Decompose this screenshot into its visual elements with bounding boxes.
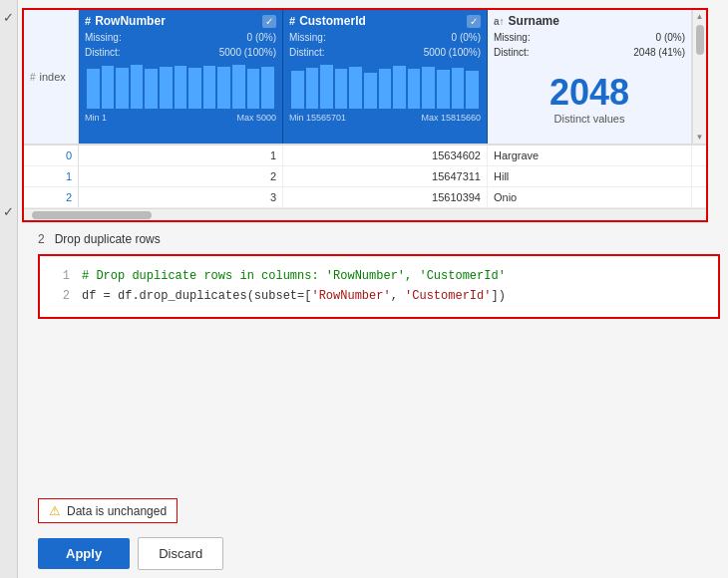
code-line-1: 1 # Drop duplicate rows in columns: 'Row… [54, 266, 704, 286]
customerid-histogram [289, 64, 481, 109]
check-icon-1: ✓ [3, 10, 14, 25]
bar [335, 69, 348, 109]
bar [452, 68, 465, 109]
bar [393, 66, 406, 109]
data-table-section: # index # RowNumber ✓ [22, 8, 708, 222]
rownum-histogram [85, 64, 276, 109]
col-header-rownum: # RowNumber ✓ Missing: 0 (0%) Distin [79, 10, 283, 144]
warning-icon: ⚠ [49, 503, 61, 518]
cell-index-2: 2 [24, 187, 79, 207]
table-row: 2 3 15610394 Onio [24, 187, 706, 208]
bar [145, 69, 158, 109]
bar [87, 69, 100, 110]
cell-rownum-2: 3 [79, 187, 283, 207]
check-badge-customerid: ✓ [467, 15, 481, 28]
cell-index-1: 1 [24, 166, 79, 186]
distinct-label: Distinct values [554, 113, 625, 125]
left-strip: ✓ ✓ [0, 0, 18, 578]
check-icon-2: ✓ [3, 204, 14, 219]
cell-customerid-2: 15610394 [283, 187, 488, 207]
customerid-minmax: Min 15565701 Max 15815660 [289, 113, 481, 123]
table-row: 0 1 15634602 Hargrave [24, 145, 706, 166]
code-comment: # Drop duplicate rows in columns: 'RowNu… [82, 266, 506, 286]
bar [116, 68, 129, 109]
cell-customerid-0: 15634602 [283, 145, 488, 165]
row-spacer [692, 187, 706, 207]
bar [232, 65, 245, 109]
code-block: 1 # Drop duplicate rows in columns: 'Row… [38, 254, 720, 319]
code-line-2: 2 df = df.drop_duplicates(subset=['RowNu… [54, 286, 704, 306]
bar [102, 66, 115, 109]
step-section: 2 Drop duplicate rows [38, 232, 720, 246]
bar [217, 67, 230, 109]
bar [175, 66, 187, 109]
bar [422, 67, 435, 109]
bar [306, 68, 319, 109]
scroll-down-button[interactable]: ▼ [694, 131, 706, 144]
col-header-customerid: # CustomerId ✓ Missing: 0 (0%) Disti [283, 10, 488, 144]
bar [320, 65, 333, 109]
scroll-thumb[interactable] [696, 25, 704, 55]
bar [160, 67, 173, 109]
h-scroll-thumb[interactable] [32, 211, 152, 219]
bar [466, 71, 479, 109]
scroll-up-button[interactable]: ▲ [694, 10, 706, 23]
check-badge-rownum: ✓ [262, 15, 276, 28]
cell-rownum-1: 2 [79, 166, 283, 186]
main-container: ✓ ✓ # index # [0, 0, 728, 578]
bar [247, 69, 260, 110]
bar [408, 69, 421, 109]
bar [364, 73, 377, 109]
vertical-scrollbar[interactable]: ▲ ▼ [692, 10, 706, 144]
bar [379, 69, 392, 110]
bar [261, 67, 274, 109]
hash-icon-rownum: # [85, 15, 91, 27]
hash-icon-index: # [30, 72, 36, 83]
line-number-2: 2 [54, 286, 70, 306]
step-number: 2 [38, 232, 45, 246]
rownum-minmax: Min 1 Max 5000 [85, 113, 276, 123]
col-header-surname: a↑ Surname Missing: 0 (0%) Distinct: [488, 10, 692, 144]
cell-index-0: 0 [24, 145, 79, 165]
cell-surname-0: Hargrave [488, 145, 692, 165]
data-rows: 0 1 15634602 Hargrave [24, 144, 706, 208]
col-customerid-name: CustomerId [299, 14, 366, 28]
col-index-label: index [40, 71, 66, 83]
cell-surname-1: Hill [488, 166, 692, 186]
col-rownum-name: RowNumber [95, 14, 166, 28]
distinct-number: 2048 [549, 75, 629, 111]
cell-surname-2: Onio [488, 187, 692, 207]
bar [437, 70, 450, 109]
col-customerid-stats: Missing: 0 (0%) Distinct: 5000 (100%) [289, 30, 481, 60]
cell-rownum-0: 1 [79, 145, 283, 165]
bar [349, 67, 362, 109]
cell-customerid-1: 15647311 [283, 166, 488, 186]
column-headers: # index # RowNumber ✓ [24, 10, 706, 144]
step-label: Drop duplicate rows [55, 232, 161, 246]
col-header-index: # index [24, 10, 79, 144]
bar [291, 71, 304, 109]
row-spacer [692, 145, 706, 165]
spacer [18, 323, 728, 486]
bar [188, 68, 201, 109]
bottom-bar: Apply Discard [38, 529, 720, 570]
status-badge: ⚠ Data is unchanged [38, 498, 178, 523]
table-row: 1 2 15647311 Hill [24, 166, 706, 187]
bar [203, 66, 216, 109]
distinct-count-display: 2048 Distinct values [494, 60, 685, 140]
hash-icon-customerid: # [289, 15, 295, 27]
status-text: Data is unchanged [67, 504, 167, 518]
row-spacer [692, 166, 706, 186]
discard-button[interactable]: Discard [138, 537, 223, 570]
col-surname-name: Surname [509, 14, 559, 28]
status-section: ⚠ Data is unchanged [38, 498, 720, 523]
text-icon-surname: a↑ [494, 16, 505, 27]
col-rownum-stats: Missing: 0 (0%) Distinct: 5000 (100%) [85, 30, 276, 60]
col-surname-stats: Missing: 0 (0%) Distinct: 2048 (41%) [494, 30, 685, 60]
apply-button[interactable]: Apply [38, 538, 130, 569]
code-expression: df = df.drop_duplicates(subset=['RowNumb… [82, 286, 506, 306]
line-number-1: 1 [54, 266, 70, 286]
horizontal-scrollbar[interactable] [24, 208, 706, 220]
bar [131, 65, 144, 109]
